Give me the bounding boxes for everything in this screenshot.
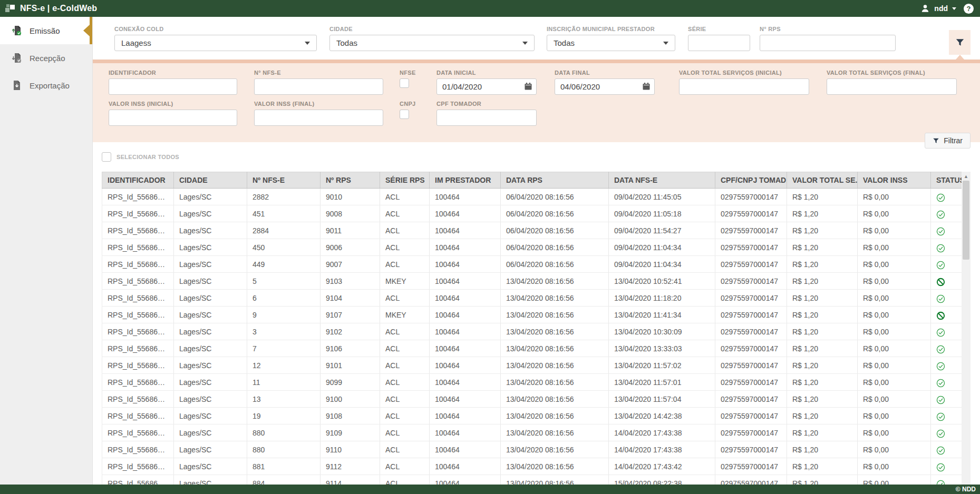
cell-cidade: Lages/SC xyxy=(174,458,247,475)
cell-identificador: RPS_Id_55686_Te... xyxy=(102,222,174,239)
cell-data-rps: 06/04/2020 08:16:56 xyxy=(501,256,609,273)
status-ok-icon xyxy=(936,480,945,485)
data-inicial-input[interactable] xyxy=(436,78,537,95)
cell-data-rps: 13/04/2020 08:16:56 xyxy=(501,273,609,290)
status-ok-icon xyxy=(936,396,945,404)
cell-cidade: Lages/SC xyxy=(174,475,247,485)
conexao-cold-select[interactable]: Laagess xyxy=(114,35,317,51)
inscricao-select[interactable]: Todas xyxy=(547,35,675,51)
help-button[interactable]: ? xyxy=(964,4,974,14)
table-row[interactable]: RPS_Id_55686_Te...Lages/SC129101ACL10046… xyxy=(102,357,962,374)
table-row[interactable]: RPS_Id_55686_Te...Lages/SC28829010ACL100… xyxy=(102,189,962,205)
valor-inss-inicial-input[interactable] xyxy=(109,110,237,126)
table-row[interactable]: RPS_Id_55686_Te...Lages/SC119099ACL10046… xyxy=(102,374,962,391)
filtrar-button[interactable]: Filtrar xyxy=(925,133,971,149)
table-row[interactable]: RPS_Id_55686_Te...Lages/SC39102ACL100464… xyxy=(102,323,962,340)
cell-im-prestador: 100464 xyxy=(430,357,501,374)
cell-identificador: RPS_Id_55686_Te... xyxy=(102,424,174,441)
cell-valor-inss: R$ 0,00 xyxy=(858,475,931,485)
cell-serie-rps: ACL xyxy=(380,323,430,340)
cell-cidade: Lages/SC xyxy=(174,290,247,307)
cell-cpf-cnpj: 02975597000147 xyxy=(715,441,787,458)
cell-im-prestador: 100464 xyxy=(430,290,501,307)
cell-serie-rps: ACL xyxy=(380,408,430,424)
cell-valor-inss: R$ 0,00 xyxy=(858,239,931,256)
cell-cidade: Lages/SC xyxy=(174,441,247,458)
table-row[interactable]: RPS_Id_55686_Te...Lages/SC4509006ACL1004… xyxy=(102,239,962,256)
column-header: Nº NFS-E xyxy=(247,172,321,189)
cell-data-rps: 06/04/2020 08:16:56 xyxy=(501,189,609,205)
table-row[interactable]: RPS_Id_55686_Te...Lages/SC69104ACL100464… xyxy=(102,290,962,307)
status-cell xyxy=(931,391,962,408)
table-row[interactable]: RPS_Id_55686_Te...Lages/SC59103MKEY10046… xyxy=(102,273,962,290)
results-table: IDENTIFICADORCIDADENº NFS-ENº RPSSÉRIE R… xyxy=(102,172,962,485)
cell-data-nfse: 09/04/2020 11:54:27 xyxy=(609,222,715,239)
column-header: SÉRIE RPS xyxy=(380,172,430,189)
select-all-checkbox[interactable] xyxy=(102,152,111,162)
table-row[interactable]: RPS_Id_55686_Te...Lages/SC8809110ACL1004… xyxy=(102,441,962,458)
column-header: IM PRESTADOR xyxy=(430,172,501,189)
cell-cidade: Lages/SC xyxy=(174,256,247,273)
sidebar-item-recepcao[interactable]: Recepção xyxy=(0,44,92,72)
valor-total-final-input[interactable] xyxy=(827,78,957,95)
table-row[interactable]: RPS_Id_55686_Te...Lages/SC8819112ACL1004… xyxy=(102,458,962,475)
status-cell xyxy=(931,424,962,441)
cell-serie-rps: ACL xyxy=(380,340,430,357)
cpf-tomador-input[interactable] xyxy=(436,110,537,126)
cnpj-checkbox[interactable] xyxy=(400,110,409,119)
status-ok-icon xyxy=(936,328,945,337)
scrollbar-up-arrow[interactable]: ▲ xyxy=(962,172,971,181)
table-row[interactable]: RPS_Id_55686_Te...Lages/SC4519008ACL1004… xyxy=(102,205,962,222)
cell-identificador: RPS_Id_55686_Te... xyxy=(102,340,174,357)
scrollbar-thumb[interactable] xyxy=(963,181,969,260)
identificador-label: IDENTIFICADOR xyxy=(109,70,237,76)
table-row[interactable]: RPS_Id_55686_Te...Lages/SC28849011ACL100… xyxy=(102,222,962,239)
identificador-input[interactable] xyxy=(109,78,237,95)
table-scrollbar[interactable]: ▲ xyxy=(962,172,971,485)
cell-cidade: Lages/SC xyxy=(174,424,247,441)
table-row[interactable]: RPS_Id_55686_Te...Lages/SC8849114ACL1004… xyxy=(102,475,962,485)
filter-toggle-button[interactable] xyxy=(949,30,971,55)
funnel-icon xyxy=(955,38,965,47)
copyright-text: © NDD xyxy=(956,486,976,493)
data-final-input[interactable] xyxy=(555,78,655,95)
cidade-value: Todas xyxy=(336,38,357,47)
export-document-icon xyxy=(12,80,22,91)
column-header: VALOR INSS xyxy=(858,172,931,189)
cell-serie-rps: ACL xyxy=(380,205,430,222)
n-nfse-input[interactable] xyxy=(254,78,383,95)
table-row[interactable]: RPS_Id_55686_Te...Lages/SC79106ACL100464… xyxy=(102,340,962,357)
table-row[interactable]: RPS_Id_55686_Te...Lages/SC199108ACL10046… xyxy=(102,408,962,424)
cpf-tomador-label: CPF TOMADOR xyxy=(436,101,537,107)
cell-im-prestador: 100464 xyxy=(430,475,501,485)
status-ok-icon xyxy=(936,227,945,236)
cell-valor-inss: R$ 0,00 xyxy=(858,256,931,273)
cell-n-nfse: 7 xyxy=(247,340,321,357)
cell-cidade: Lages/SC xyxy=(174,374,247,391)
n-rps-label: N° RPS xyxy=(760,26,896,32)
table-row[interactable]: RPS_Id_55686_Te...Lages/SC99107MKEY10046… xyxy=(102,307,962,323)
cell-im-prestador: 100464 xyxy=(430,273,501,290)
sidebar-item-exportacao[interactable]: Exportação xyxy=(0,72,92,99)
data-inicial-label: DATA INICIAL xyxy=(436,70,537,76)
valor-inss-final-input[interactable] xyxy=(254,110,383,126)
valor-total-inicial-input[interactable] xyxy=(679,78,809,95)
table-header-row: IDENTIFICADORCIDADENº NFS-ENº RPSSÉRIE R… xyxy=(102,172,962,189)
n-rps-input[interactable] xyxy=(760,35,896,51)
cell-valor-total: R$ 1,20 xyxy=(787,374,858,391)
table-row[interactable]: RPS_Id_55686_Te...Lages/SC8809109ACL1004… xyxy=(102,424,962,441)
status-ok-icon xyxy=(936,463,945,472)
cell-im-prestador: 100464 xyxy=(430,391,501,408)
cell-n-nfse: 13 xyxy=(247,391,321,408)
cell-valor-inss: R$ 0,00 xyxy=(858,307,931,323)
table-row[interactable]: RPS_Id_55686_Te...Lages/SC139100ACL10046… xyxy=(102,391,962,408)
user-menu[interactable]: ndd xyxy=(920,4,956,13)
nfse-checkbox[interactable] xyxy=(400,78,409,88)
cell-data-nfse: 13/04/2020 11:18:20 xyxy=(609,290,715,307)
status-cell xyxy=(931,458,962,475)
cell-n-nfse: 2884 xyxy=(247,222,321,239)
table-row[interactable]: RPS_Id_55686_Te...Lages/SC4499007ACL1004… xyxy=(102,256,962,273)
cidade-select[interactable]: Todas xyxy=(329,35,535,51)
sidebar-item-emissao[interactable]: Emissão xyxy=(0,17,92,44)
serie-input[interactable] xyxy=(688,35,750,51)
